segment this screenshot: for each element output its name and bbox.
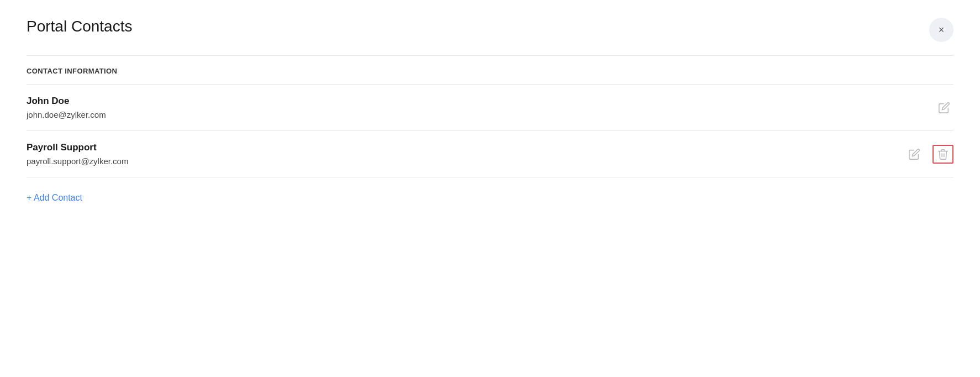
modal-header: Portal Contacts × [27, 18, 953, 42]
close-icon: × [939, 24, 945, 36]
add-contact-button[interactable]: + Add Contact [27, 193, 82, 203]
edit-contact-1-button[interactable] [935, 98, 953, 117]
contact-info: John Doe john.doe@zylker.com [27, 96, 106, 119]
contact-email: john.doe@zylker.com [27, 110, 106, 119]
contact-actions [935, 98, 953, 117]
contact-info: Payroll Support payroll.support@zylker.c… [27, 142, 128, 166]
contact-actions [905, 145, 953, 164]
contact-name: Payroll Support [27, 142, 128, 153]
contact-name: John Doe [27, 96, 106, 107]
edit-contact-2-button[interactable] [905, 145, 924, 164]
edit-icon [938, 102, 950, 114]
contact-email: payroll.support@zylker.com [27, 156, 128, 166]
section-label: CONTACT INFORMATION [27, 56, 953, 84]
modal-title: Portal Contacts [27, 18, 132, 35]
contact-row: John Doe john.doe@zylker.com [27, 85, 953, 131]
edit-icon [908, 148, 920, 160]
modal-container: Portal Contacts × CONTACT INFORMATION Jo… [0, 0, 980, 377]
delete-contact-2-button[interactable] [932, 145, 953, 164]
trash-icon [937, 148, 949, 160]
contact-row: Payroll Support payroll.support@zylker.c… [27, 131, 953, 177]
close-button[interactable]: × [929, 18, 953, 42]
